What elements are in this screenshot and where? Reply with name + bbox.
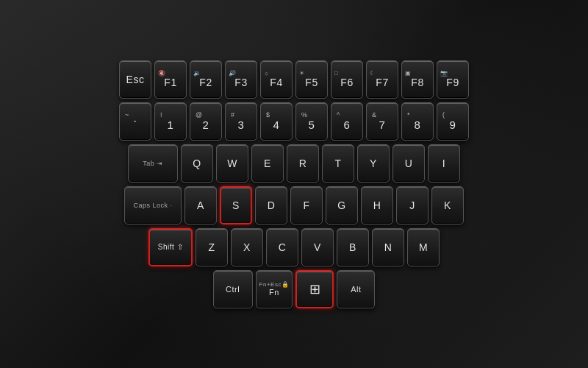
key-9[interactable]: ( 9 xyxy=(437,102,469,141)
key-g[interactable]: G xyxy=(326,186,358,224)
key-2[interactable]: @ 2 xyxy=(190,102,222,141)
number-key-row: ~ ` ! 1 @ 2 # 3 $ 4 % 5 ^ 6 & 7 xyxy=(119,102,469,141)
key-f7[interactable]: ☾ F7 xyxy=(366,60,398,99)
key-tab[interactable]: Tab ⇥ xyxy=(128,144,178,183)
key-8[interactable]: * 8 xyxy=(401,102,434,141)
key-j[interactable]: J xyxy=(396,186,429,224)
key-6[interactable]: ^ 6 xyxy=(331,102,363,141)
key-a[interactable]: A xyxy=(184,186,217,224)
key-7[interactable]: & 7 xyxy=(366,102,398,141)
key-m[interactable]: M xyxy=(407,228,440,266)
key-k[interactable]: K xyxy=(431,186,464,224)
fn-key-row: Esc 🔇 F1 🔉 F2 🔊 F3 ☼ F4 ☀ F5 □ F6 ☾ F7 xyxy=(119,60,469,99)
key-h[interactable]: H xyxy=(361,186,393,224)
key-n[interactable]: N xyxy=(372,228,404,266)
key-b[interactable]: B xyxy=(337,228,369,266)
key-f5[interactable]: ☀ F5 xyxy=(295,60,328,99)
key-backtick[interactable]: ~ ` xyxy=(119,102,151,141)
key-f2[interactable]: 🔉 F2 xyxy=(190,60,222,99)
key-c[interactable]: C xyxy=(266,228,298,266)
key-x[interactable]: X xyxy=(231,228,263,266)
key-v[interactable]: V xyxy=(301,228,334,266)
key-capslock[interactable]: Caps Lock · xyxy=(124,186,182,224)
key-f8[interactable]: ▣ F8 xyxy=(401,60,434,99)
key-alt[interactable]: Alt xyxy=(337,270,375,308)
key-z[interactable]: Z xyxy=(196,228,228,266)
bottom-key-row: Ctrl Fn+Esc🔒 Fn ⊞ Alt xyxy=(213,270,376,308)
key-w[interactable]: W xyxy=(216,144,248,183)
key-f1[interactable]: 🔇 F1 xyxy=(154,60,187,99)
key-f[interactable]: F xyxy=(290,186,323,224)
key-e[interactable]: E xyxy=(251,144,284,183)
key-d[interactable]: D xyxy=(255,186,287,224)
key-f6[interactable]: □ F6 xyxy=(331,60,363,99)
key-y[interactable]: Y xyxy=(357,144,390,183)
key-u[interactable]: U xyxy=(392,144,425,183)
keyboard-container: Esc 🔇 F1 🔉 F2 🔊 F3 ☼ F4 ☀ F5 □ F6 ☾ F7 xyxy=(0,0,588,368)
key-i[interactable]: I xyxy=(428,144,460,183)
key-1[interactable]: ! 1 xyxy=(154,102,187,141)
qwerty-key-row: Tab ⇥ Q W E R T Y U I xyxy=(128,144,460,183)
key-s[interactable]: S xyxy=(220,186,252,224)
key-fn[interactable]: Fn+Esc🔒 Fn xyxy=(256,270,293,308)
key-shift-left[interactable]: Shift ⇧ xyxy=(148,228,193,266)
asdf-key-row: Caps Lock · A S D F G H J K xyxy=(124,186,464,224)
key-r[interactable]: R xyxy=(287,144,319,183)
key-4[interactable]: $ 4 xyxy=(260,102,293,141)
key-3[interactable]: # 3 xyxy=(225,102,257,141)
key-f9[interactable]: 📷 F9 xyxy=(437,60,469,99)
key-esc[interactable]: Esc xyxy=(119,60,151,99)
key-windows[interactable]: ⊞ xyxy=(295,270,334,308)
key-5[interactable]: % 5 xyxy=(295,102,328,141)
key-ctrl[interactable]: Ctrl xyxy=(213,270,253,308)
key-f3[interactable]: 🔊 F3 xyxy=(225,60,257,99)
key-t[interactable]: T xyxy=(322,144,354,183)
key-q[interactable]: Q xyxy=(181,144,213,183)
key-f4[interactable]: ☼ F4 xyxy=(260,60,293,99)
zxcv-key-row: Shift ⇧ Z X C V B N M xyxy=(148,228,440,266)
